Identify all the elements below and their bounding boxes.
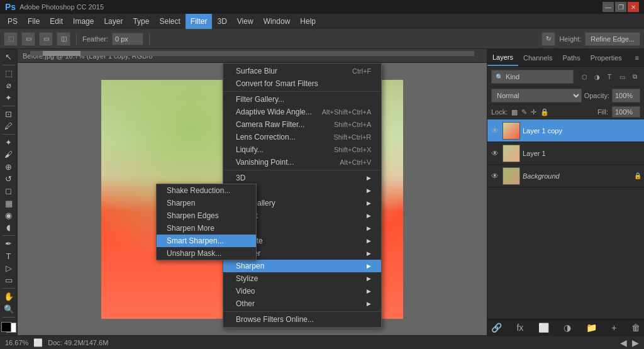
add-mask-icon[interactable]: ⬜ [538,323,549,333]
marquee-tool-opt[interactable]: ⬚ [4,32,18,46]
new-layer-icon[interactable]: + [611,323,616,333]
menu-window[interactable]: Window [258,14,296,29]
feather-input[interactable] [112,33,143,45]
menu-vanishing-point[interactable]: Vanishing Point... Alt+Ctrl+V [223,156,381,169]
color-swatch[interactable] [1,322,16,333]
menu-surface-blur[interactable]: Surface Blur Ctrl+F [223,65,381,77]
marquee-opt3[interactable]: ▭ [39,32,53,46]
search-input[interactable] [506,73,569,80]
scroll-thumb[interactable] [43,51,80,56]
refine-edge-button[interactable]: Refine Edge... [585,32,640,46]
link-layers-icon[interactable]: 🔗 [491,323,502,333]
opacity-input[interactable] [612,89,640,102]
menu-adaptive-wide-angle[interactable]: Adaptive Wide Angle... Alt+Shift+Ctrl+A [223,106,381,118]
menu-browse-online[interactable]: Browse Filters Online... [223,313,381,326]
menu-camera-raw[interactable]: Camera Raw Filter... Shift+Ctrl+A [223,118,381,131]
blur-tool[interactable]: ◉ [1,210,16,221]
menu-select[interactable]: Select [154,14,185,29]
spot-heal-tool[interactable]: ✦ [1,137,16,148]
dodge-tool[interactable]: ◖ [1,222,16,233]
menu-3d[interactable]: 3D [212,14,231,29]
shape-tool[interactable]: ▭ [1,275,16,285]
status-nav-right[interactable]: ▶ [632,338,639,348]
menu-ps[interactable]: PS [3,14,23,29]
scroll-track[interactable] [30,51,474,56]
delete-layer-icon[interactable]: 🗑 [631,323,640,333]
pixel-layer-icon[interactable]: ⬡ [579,71,590,82]
hand-tool[interactable]: ✋ [1,291,16,302]
type-icon[interactable]: T [604,71,615,82]
new-group-icon[interactable]: 📁 [586,323,597,333]
menu-image[interactable]: Image [68,14,99,29]
submenu-smart-sharpen[interactable]: Smart Sharpen... [157,235,256,247]
menu-edit[interactable]: Edit [45,14,68,29]
layer-item-layer1[interactable]: 👁 Layer 1 [487,142,644,165]
status-nav-left[interactable]: ◀ [620,338,627,348]
history-brush[interactable]: ↺ [1,174,16,184]
tab-channels[interactable]: Channels [518,49,557,66]
zoom-tool[interactable]: 🔍 [1,303,16,314]
menu-view[interactable]: View [232,14,258,29]
brush-tool[interactable]: 🖌 [1,149,16,160]
submenu-sharpen-edges[interactable]: Sharpen Edges [157,209,256,222]
lock-transparent-icon[interactable]: ▩ [511,108,518,116]
blend-mode-select[interactable]: Normal [491,89,582,102]
menu-help[interactable]: Help [295,14,321,29]
close-button[interactable]: ✕ [628,2,639,12]
submenu-sharpen-more[interactable]: Sharpen More [157,222,256,235]
panel-menu-icon[interactable]: ≡ [630,49,644,66]
magic-wand-tool[interactable]: ✦ [1,92,16,103]
menu-type[interactable]: Type [128,14,154,29]
crop-tool[interactable]: ⊡ [1,109,16,119]
menu-lens-correction[interactable]: Lens Correction... Shift+Ctrl+R [223,131,381,143]
move-tool[interactable]: ↖ [1,52,16,62]
submenu-shake-reduction[interactable]: Shake Reduction... [157,184,256,197]
submenu-unsharp-mask[interactable]: Unsharp Mask... [157,247,256,260]
submenu-sharpen[interactable]: Sharpen [157,197,256,209]
menu-sharpen[interactable]: Sharpen ▶ [223,260,381,272]
menu-filter[interactable]: Filter [186,14,213,29]
tab-layers[interactable]: Layers [487,49,518,66]
menu-video[interactable]: Video ▶ [223,285,381,297]
eyedropper-tool[interactable]: 🖊 [1,121,16,131]
new-adjustment-icon[interactable]: ◑ [564,323,571,333]
gradient-tool[interactable]: ▦ [1,198,16,209]
layer-item-background[interactable]: 👁 Background 🔒 [487,165,644,187]
marquee-opt4[interactable]: ◫ [57,32,70,46]
tab-properties[interactable]: Properties [586,49,627,66]
minimize-button[interactable]: — [602,2,614,12]
maximize-button[interactable]: ❐ [615,2,626,12]
layer-visibility-layer1copy[interactable]: 👁 [490,126,500,136]
adjustment-icon[interactable]: ◑ [591,71,602,82]
rotate-icon[interactable]: ↻ [541,32,555,46]
type-tool[interactable]: T [1,251,16,262]
menu-liquify[interactable]: Liquify... Shift+Ctrl+X [223,143,381,156]
pen-tool[interactable]: ✒ [1,238,16,249]
shape-icon[interactable]: ▭ [616,71,628,82]
marquee-opt2[interactable]: ▭ [21,32,35,46]
menu-file[interactable]: File [23,14,45,29]
layer-item-layer1copy[interactable]: 👁 Layer 1 copy [487,119,644,142]
eraser-tool[interactable]: ◻ [1,186,16,196]
lock-position-icon[interactable]: ✛ [531,108,536,116]
path-tool[interactable]: ▷ [1,263,16,274]
foreground-color[interactable] [1,322,11,332]
layer-visibility-layer1[interactable]: 👁 [490,148,500,158]
menu-filter-gallery[interactable]: Filter Gallery... [223,93,381,106]
menu-convert-smart-filters[interactable]: Convert for Smart Filters [223,77,381,90]
menu-stylize[interactable]: Stylize ▶ [223,272,381,285]
tab-paths[interactable]: Paths [558,49,586,66]
fill-input[interactable] [612,106,640,118]
lock-all-icon[interactable]: 🔒 [540,108,549,116]
menu-other[interactable]: Other ▶ [223,297,381,310]
menu-3d[interactable]: 3D ▶ [223,172,381,184]
lock-brush-icon[interactable]: ✎ [521,108,527,116]
layer-visibility-background[interactable]: 👁 [490,171,500,181]
horizontal-scrollbar[interactable]: ◀ ▶ [18,49,487,57]
menu-layer[interactable]: Layer [99,14,128,29]
clone-tool[interactable]: ⊕ [1,162,16,172]
add-style-icon[interactable]: fx [516,323,523,333]
marquee-tool[interactable]: ⬚ [1,68,16,79]
lasso-tool[interactable]: ⌀ [1,80,16,91]
smart-object-icon[interactable]: ⧉ [629,71,640,82]
